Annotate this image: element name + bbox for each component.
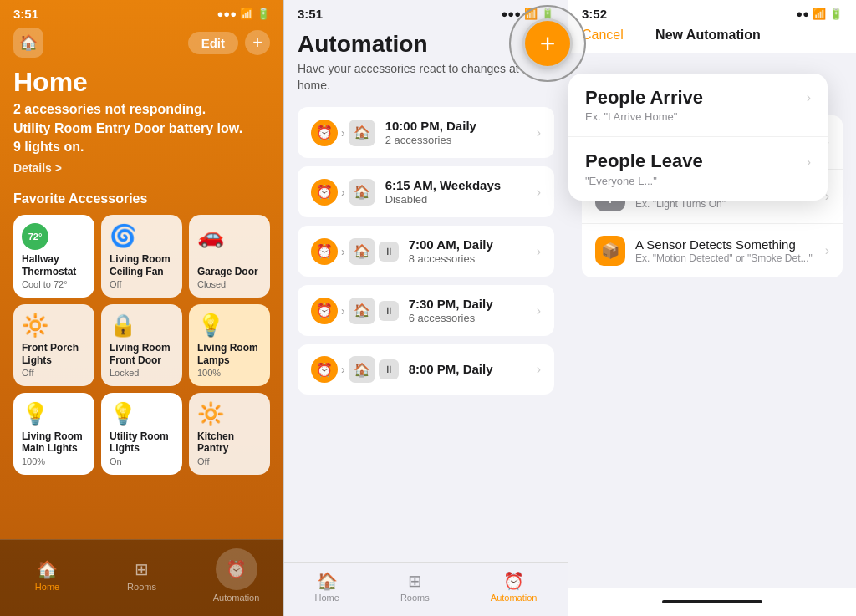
new-auto-time: 3:52: [582, 7, 607, 21]
tile-hallway-thermostat[interactable]: 72° Hallway Thermostat Cool to 72°: [13, 215, 94, 298]
lamp-icon: 💡: [197, 313, 262, 339]
chevron-5: ›: [537, 362, 541, 377]
chevron-4: ›: [537, 303, 541, 318]
home-details-link[interactable]: Details >: [13, 161, 270, 175]
auto-item-1-icons: ⏰ › 🏠: [311, 120, 375, 146]
house-icon-1: 🏠: [349, 120, 375, 146]
tile-name-porch: Front Porch Lights: [22, 342, 86, 366]
auto-tab-home-label: Home: [315, 593, 339, 603]
tab-home[interactable]: 🏠 Home: [23, 559, 73, 592]
auto-tab-rooms[interactable]: ⊞ Rooms: [400, 571, 430, 603]
accessories-grid: 72° Hallway Thermostat Cool to 72° 🌀 Liv…: [13, 215, 270, 474]
tab-home-label: Home: [35, 582, 59, 592]
auto-list: ⏰ › 🏠 10:00 PM, Daily 2 accessories › ⏰ …: [284, 97, 568, 562]
chevron-3: ›: [537, 244, 541, 259]
auto-tab-bar: 🏠 Home ⊞ Rooms ⏰ Automation: [284, 562, 568, 616]
add-automation-button[interactable]: +: [522, 18, 573, 69]
home-status-bar: 3:51 ●●● 📶 🔋: [0, 0, 283, 24]
auto-item-3-desc: 8 accessories: [409, 252, 527, 265]
auto-item-3[interactable]: ⏰ › 🏠 ⏸ 7:00 AM, Daily 8 accessories ›: [298, 226, 554, 277]
clock-icon-3: ⏰: [311, 238, 338, 265]
tile-name-main-lights: Living Room Main Lights: [22, 430, 86, 455]
home-alerts: 2 accessories not responding. Utility Ro…: [13, 100, 270, 156]
auto-item-2[interactable]: ⏰ › 🏠 6:15 AM, Weekdays Disabled ›: [298, 166, 554, 217]
auto-tab-automation[interactable]: ⏰ Automation: [491, 571, 538, 603]
tile-name-utility: Utility Room Lights: [110, 430, 174, 455]
sensor-option-info: A Sensor Detects Something Ex. "Motion D…: [635, 237, 815, 264]
arrow-1: ›: [341, 126, 345, 140]
pause-icon-5: ⏸: [379, 359, 399, 379]
house-icon-4: 🏠: [349, 298, 375, 324]
tile-status-thermostat: Cool to 72°: [22, 279, 86, 289]
auto-item-5-icons: ⏰ › 🏠 ⏸: [311, 356, 399, 383]
pause-icon-3: ⏸: [379, 242, 399, 262]
home-time: 3:51: [13, 7, 38, 21]
tab-automation-label: Automation: [213, 593, 260, 603]
tab-automation-home[interactable]: ⏰ Automation: [211, 548, 262, 603]
porch-light-icon: 🔆: [22, 313, 86, 339]
add-button[interactable]: +: [245, 30, 270, 55]
tile-main-lights[interactable]: 💡 Living Room Main Lights 100%: [13, 393, 94, 475]
arrow-2: ›: [341, 186, 345, 199]
tile-porch-lights[interactable]: 🔆 Front Porch Lights Off: [13, 304, 94, 386]
tab-rooms[interactable]: ⊞ Rooms: [117, 559, 167, 592]
automation-type-overlay: People Arrive › Ex. "I Arrive Home" Peop…: [568, 74, 828, 201]
tile-status-porch: Off: [22, 368, 86, 378]
new-auto-status-icons: ●● 📶 🔋: [796, 8, 843, 20]
screen-home: 3:51 ●●● 📶 🔋 🏠 Edit + Home 2 accessories…: [0, 0, 284, 616]
auto-tab-rooms-label: Rooms: [400, 593, 430, 603]
pause-icon-4: ⏸: [379, 301, 399, 321]
alert-line-1: 2 accessories not responding.: [13, 102, 206, 116]
signal-icon: ●●●: [217, 8, 237, 20]
auto-tab-home-icon: 🏠: [317, 571, 338, 591]
tab-rooms-icon: ⊞: [135, 559, 149, 579]
auto-item-5-info: 8:00 PM, Daily: [409, 362, 527, 377]
auto-item-3-icons: ⏰ › 🏠 ⏸: [311, 238, 399, 265]
tile-name-lamps: Living Room Lamps: [197, 342, 262, 366]
tile-status-door: Locked: [110, 368, 174, 378]
clock-icon-4: ⏰: [311, 298, 338, 324]
overlay-people-leave[interactable]: People Leave › "Everyone L...": [568, 137, 828, 200]
tile-ceiling-fan[interactable]: 🌀 Living Room Ceiling Fan Off: [101, 215, 182, 298]
auto-item-1[interactable]: ⏰ › 🏠 10:00 PM, Daily 2 accessories ›: [298, 107, 554, 158]
auto-tab-home[interactable]: 🏠 Home: [315, 571, 339, 603]
sensor-option-chevron: ›: [825, 243, 829, 258]
tile-garage-door[interactable]: 🚗 Garage Door Closed: [189, 215, 270, 298]
auto-item-4[interactable]: ⏰ › 🏠 ⏸ 7:30 PM, Daily 6 accessories ›: [298, 285, 554, 336]
tile-status-garage: Closed: [197, 279, 262, 289]
auto-item-4-icons: ⏰ › 🏠 ⏸: [311, 298, 399, 324]
new-auto-battery-icon: 🔋: [829, 8, 843, 20]
overlay-arrive-row: People Arrive ›: [585, 87, 811, 109]
details-text: Details >: [13, 161, 62, 175]
tile-status-pantry: Off: [197, 456, 262, 466]
overlay-people-arrive[interactable]: People Arrive › Ex. "I Arrive Home": [568, 74, 828, 137]
fan-icon: 🌀: [110, 223, 174, 249]
new-auto-status-bar: 3:52 ●● 📶 🔋: [568, 0, 856, 24]
auto-item-1-desc: 2 accessories: [385, 134, 527, 146]
new-auto-nav: Cancel New Automation: [568, 24, 856, 53]
auto-item-2-info: 6:15 AM, Weekdays Disabled: [385, 178, 527, 206]
overlay-leave-chevron: ›: [807, 155, 811, 170]
tile-name-door: Living Room Front Door: [110, 342, 174, 366]
option-sensor-detects[interactable]: 📦 A Sensor Detects Something Ex. "Motion…: [582, 224, 843, 277]
arrow-4: ›: [341, 304, 345, 318]
tile-front-door[interactable]: 🔒 Living Room Front Door Locked: [101, 304, 182, 386]
clock-icon-1: ⏰: [311, 120, 338, 146]
tile-kitchen-pantry[interactable]: 🔆 Kitchen Pantry Off: [189, 393, 270, 475]
home-tab-bar: 🏠 Home ⊞ Rooms ⏰ Automation: [0, 539, 283, 616]
cancel-button[interactable]: Cancel: [582, 28, 624, 43]
utility-light-icon: 💡: [110, 401, 174, 427]
home-header-actions: Edit +: [188, 30, 270, 55]
overlay-leave-subtitle: "Everyone L...": [585, 175, 811, 187]
auto-item-4-time: 7:30 PM, Daily: [409, 297, 527, 311]
sensor-option-title: A Sensor Detects Something: [635, 237, 815, 252]
auto-item-5[interactable]: ⏰ › 🏠 ⏸ 8:00 PM, Daily ›: [298, 344, 554, 395]
tile-utility-lights[interactable]: 💡 Utility Room Lights On: [101, 393, 182, 475]
edit-button[interactable]: Edit: [188, 32, 238, 54]
favorites-section: Favorite Accessories 72° Hallway Thermos…: [0, 185, 283, 474]
tile-living-lamps[interactable]: 💡 Living Room Lamps 100%: [189, 304, 270, 386]
house-icon-5: 🏠: [349, 356, 375, 383]
home-house-icon[interactable]: 🏠: [13, 28, 43, 58]
tile-status-main-lights: 100%: [22, 456, 86, 466]
tile-name-thermostat: Hallway Thermostat: [22, 253, 86, 277]
